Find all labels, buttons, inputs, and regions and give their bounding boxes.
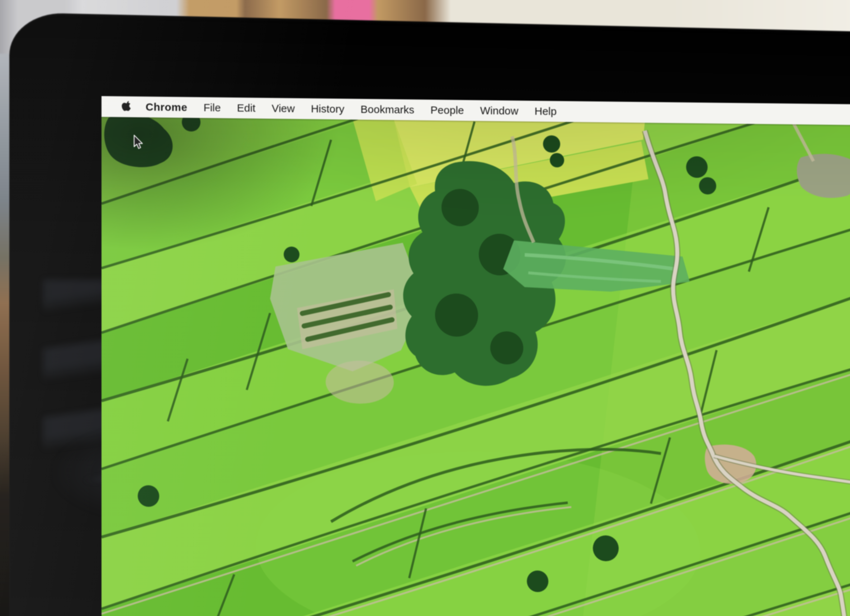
menu-window[interactable]: Window xyxy=(480,104,519,117)
menu-edit[interactable]: Edit xyxy=(237,102,256,114)
menu-file[interactable]: File xyxy=(204,102,221,114)
screen: Chrome File Edit View History Bookmarks … xyxy=(102,96,850,616)
menu-history[interactable]: History xyxy=(311,103,344,115)
mouse-cursor xyxy=(133,135,147,151)
menu-help[interactable]: Help xyxy=(534,105,557,118)
menu-bookmarks[interactable]: Bookmarks xyxy=(361,103,414,116)
desktop-wallpaper xyxy=(102,96,850,616)
menu-chrome[interactable]: Chrome xyxy=(146,101,187,113)
menu-view[interactable]: View xyxy=(271,102,295,115)
photo-of-imac-display: Chrome File Edit View History Bookmarks … xyxy=(0,0,850,616)
menu-people[interactable]: People xyxy=(430,104,464,117)
apple-icon[interactable] xyxy=(121,101,131,112)
